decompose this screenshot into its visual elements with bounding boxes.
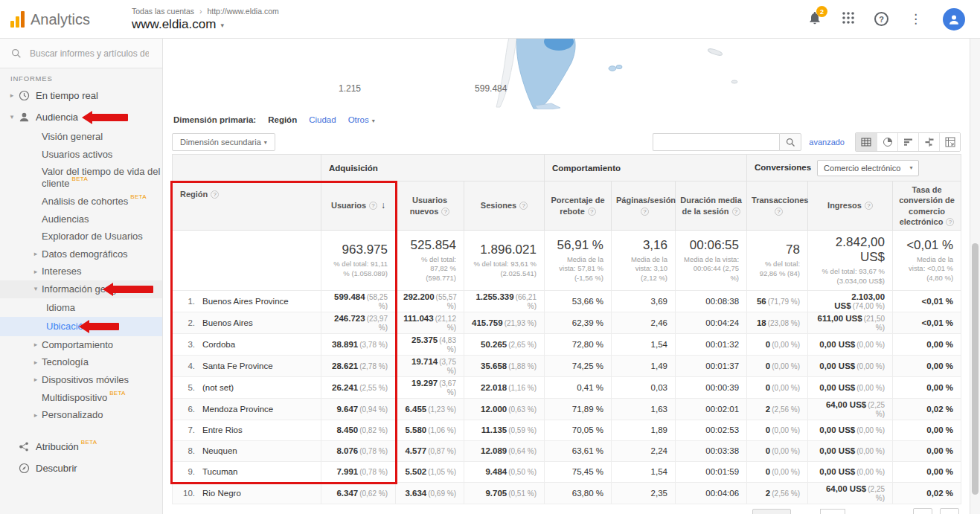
table-row[interactable]: 4.Santa Fe Province28.621(2,78 %)19.714(…: [173, 355, 961, 376]
help-icon: ?: [732, 208, 740, 216]
column-header-users[interactable]: Usuarios?↓: [321, 181, 396, 231]
sidebar-item-demographics[interactable]: ▸Datos demográficos: [0, 245, 162, 263]
sidebar-item-ubicacion[interactable]: Ubicación: [0, 317, 162, 336]
sidebar-item-idioma[interactable]: Idioma: [0, 298, 162, 318]
next-page-button[interactable]: ›: [940, 508, 959, 514]
metric-cell-transactions: 0(0,00 %): [747, 376, 808, 398]
column-header-sessions[interactable]: Sesiones?: [464, 181, 545, 231]
column-header-new_users[interactable]: Usuarios nuevos?: [396, 181, 464, 231]
analytics-logo[interactable]: Analytics: [10, 11, 90, 28]
sidebar-item-descubrir[interactable]: Descubrir: [0, 457, 162, 479]
sidebar-item-comportamiento[interactable]: ▸Comportamiento: [0, 336, 162, 354]
help-button[interactable]: ?: [874, 12, 888, 26]
metric-cell-revenue: 0,00 US$(0,00 %): [808, 355, 893, 376]
region-cell[interactable]: 7.Entre Rios: [173, 420, 321, 440]
sidebar-item-geo[interactable]: ▾Información geográfica: [0, 280, 162, 298]
region-cell[interactable]: 3.Cordoba: [173, 333, 321, 355]
report-search[interactable]: [0, 39, 162, 68]
table-row[interactable]: 6.Mendoza Province9.647(0,94 %)6.455(1,2…: [173, 398, 961, 420]
view-pivot-button[interactable]: [939, 133, 960, 151]
column-header-pages[interactable]: Páginas/sesión?: [612, 181, 676, 231]
dimension-otros[interactable]: Otros▾: [348, 115, 375, 124]
vertical-scrollbar[interactable]: [970, 39, 980, 514]
kebab-menu-button[interactable]: ⋮: [908, 11, 923, 27]
table-search-button[interactable]: [779, 133, 801, 151]
region-cell[interactable]: 1.Buenos Aires Province: [173, 290, 321, 312]
metric-cell-revenue: 0,00 US$(0,00 %): [808, 461, 893, 482]
sidebar-item-cohortes[interactable]: Análisis de cohortesBETA: [0, 193, 162, 211]
sidebar-item-user-explorer[interactable]: Explorador de Usuarios: [0, 228, 162, 245]
region-cell[interactable]: 6.Mendoza Province: [173, 398, 321, 420]
region-cell[interactable]: 9.Tucuman: [173, 461, 321, 482]
sidebar-item-label: Análisis de cohortesBETA: [42, 196, 162, 208]
breadcrumb-accounts[interactable]: Todas las cuentas: [132, 7, 194, 16]
geo-map[interactable]: 1.215 599.484: [163, 39, 970, 109]
column-header-conv[interactable]: Tasa de conversión de comercio electróni…: [893, 181, 961, 231]
table-row[interactable]: 5.(not set)26.241(2,55 %)19.297(3,67 %)2…: [173, 376, 961, 398]
region-cell[interactable]: 5.(not set): [173, 376, 321, 398]
apps-grid-button[interactable]: [842, 11, 855, 27]
column-header-transactions[interactable]: Transacciones?: [747, 181, 808, 231]
metric-cell-revenue: 2.103,00 US$(74,00 %): [808, 290, 893, 312]
sidebar-item-atribucion[interactable]: AtribuciónBETA: [0, 436, 162, 457]
breadcrumb-property[interactable]: http://www.eldia.com: [207, 7, 278, 16]
view-table-button[interactable]: [856, 133, 877, 151]
scrollbar-thumb[interactable]: [972, 243, 979, 495]
table-row[interactable]: 8.Neuquen8.076(0,78 %)4.577(0,87 %)12.08…: [173, 440, 961, 461]
sidebar-item-audience[interactable]: ▾Audiencia: [0, 106, 162, 128]
notifications-button[interactable]: 2: [807, 10, 822, 28]
compass-icon: [18, 462, 36, 475]
metric-cell-users: 8.450(0,82 %): [321, 420, 396, 440]
property-selector[interactable]: www.eldia.com ▾: [132, 17, 279, 32]
sidebar-item-overview[interactable]: Visión general: [0, 128, 162, 146]
table-search-input[interactable]: [653, 133, 779, 151]
column-header-revenue[interactable]: Ingresos?: [808, 181, 893, 231]
table-row[interactable]: 7.Entre Rios8.450(0,82 %)5.580(1,06 %)11…: [173, 420, 961, 440]
region-cell[interactable]: 8.Neuquen: [173, 440, 321, 461]
region-cell[interactable]: 2.Buenos Aires: [173, 312, 321, 333]
ecommerce-selector[interactable]: Comercio electrónico▾: [817, 160, 919, 176]
table-row[interactable]: 9.Tucuman7.991(0,78 %)5.502(1,05 %)9.484…: [173, 461, 961, 482]
sidebar-item-audiences[interactable]: Audiencias: [0, 211, 162, 228]
rows-per-page-select[interactable]: 10▾: [752, 509, 792, 514]
metric-cell-pages: 3,69: [612, 290, 676, 312]
view-comparison-button[interactable]: [918, 133, 939, 151]
prev-page-button[interactable]: ‹: [913, 508, 932, 514]
sidebar-item-tecnologia[interactable]: ▸Tecnología: [0, 353, 162, 371]
secondary-dimension-button[interactable]: Dimensión secundaria ▾: [172, 133, 275, 151]
sidebar-item-active-users[interactable]: Usuarios activos: [0, 146, 162, 164]
metric-cell-new_users: 4.577(0,87 %): [396, 440, 464, 461]
metric-cell-transactions: 2(2,56 %): [747, 482, 808, 504]
sidebar-item-personalizado[interactable]: ▸Personalizado: [0, 406, 162, 424]
dimension-region[interactable]: Región: [268, 115, 297, 124]
region-cell[interactable]: 10.Rio Negro: [173, 482, 321, 504]
sidebar-item-realtime[interactable]: ▸En tiempo real: [0, 85, 162, 106]
column-header-duration[interactable]: Duración media de la sesión?: [676, 181, 747, 231]
table-row[interactable]: 2.Buenos Aires246.723(23,97 %)111.043(21…: [173, 312, 961, 333]
avatar[interactable]: [943, 8, 965, 30]
metric-cell-revenue: 64,00 US$(2,25 %): [808, 482, 893, 504]
table-row[interactable]: 1.Buenos Aires Province599.484(58,25 %)2…: [173, 290, 961, 312]
table-row[interactable]: 3.Cordoba38.891(3,78 %)25.375(4,83 %)50.…: [173, 333, 961, 355]
metric-cell-bounce: 72,80 %: [545, 333, 612, 355]
view-performance-button[interactable]: [897, 133, 918, 151]
advanced-link[interactable]: avanzado: [809, 138, 845, 147]
map-islands-shape2: [616, 65, 622, 68]
view-percentage-button[interactable]: [877, 133, 897, 151]
goto-page-input[interactable]: 1: [820, 509, 845, 514]
region-cell[interactable]: 4.Santa Fe Province: [173, 355, 321, 376]
column-header-region[interactable]: Región?: [173, 181, 321, 231]
sidebar-item-multidispositivo[interactable]: MultidispositivoBETA: [0, 389, 162, 407]
sidebar-item-label: Idioma: [46, 302, 162, 314]
metric-cell-conv: <0,01 %: [893, 290, 961, 312]
column-header-bounce[interactable]: Porcentaje de rebote?: [545, 181, 612, 231]
sidebar-item-ltv[interactable]: Valor del tiempo de vida del clienteBETA: [0, 163, 162, 193]
attribution-icon: [18, 440, 36, 453]
breadcrumb[interactable]: Todas las cuentas › http://www.eldia.com: [132, 7, 279, 16]
sidebar-item-moviles[interactable]: ▸Dispositivos móviles: [0, 371, 162, 389]
table-row[interactable]: 10.Rio Negro6.347(0,62 %)3.634(0,69 %)9.…: [173, 482, 961, 504]
metric-cell-revenue: 64,00 US$(2,25 %): [808, 398, 893, 420]
sidebar-item-interests[interactable]: ▸Intereses: [0, 263, 162, 280]
dimension-ciudad[interactable]: Ciudad: [309, 115, 336, 124]
search-input[interactable]: [30, 48, 149, 59]
